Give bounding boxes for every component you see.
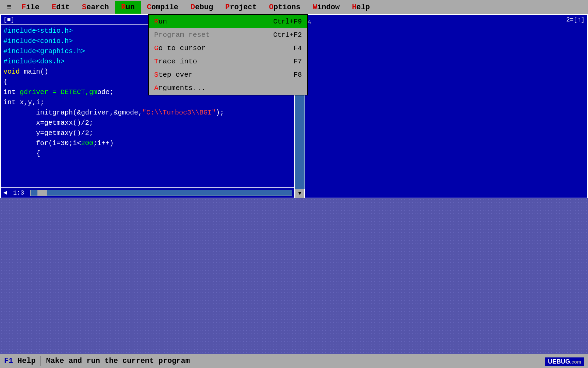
run-menu-arguments[interactable]: Arguments... <box>149 81 307 95</box>
code-line-12: for(i=30;i<200;i++) <box>3 138 301 149</box>
status-divider <box>40 356 41 366</box>
scrollbar-thumb[interactable] <box>37 190 47 196</box>
run-menu-go-to-cursor[interactable]: Go to cursor F4 <box>149 42 307 55</box>
menu-edit[interactable]: Edit <box>46 1 76 14</box>
line-column-indicator: 1:3 <box>9 189 29 196</box>
menubar: ≡ File Edit Search Run Compile Debug Pro… <box>0 0 588 14</box>
uebug-badge: UEBUG.com <box>545 357 584 366</box>
menu-file[interactable]: File <box>15 1 46 14</box>
run-menu-run[interactable]: Run Ctrl+F9 <box>149 15 307 28</box>
code-line-10: x=getmaxx()/2; <box>3 118 301 128</box>
menu-search[interactable]: Search <box>76 1 115 14</box>
system-menu-icon[interactable]: ≡ <box>3 1 15 14</box>
menu-window[interactable]: Window <box>307 1 346 14</box>
menu-debug[interactable]: Debug <box>184 1 219 14</box>
status-key: F1 Help <box>4 357 35 365</box>
scroll-left-arrow[interactable]: ◄ <box>3 189 7 196</box>
statusbar: F1 Help Make and run the current program… <box>0 354 588 368</box>
run-menu-program-reset[interactable]: Program reset Ctrl+F2 <box>149 28 307 42</box>
scroll-down-btn[interactable]: ▼ <box>295 189 305 198</box>
editor-bottom-bar: ◄ 1:3 ▼ ► <box>1 187 305 198</box>
right-title-number: 2=[↑] <box>566 16 585 23</box>
code-line-11: y=getmaxy()/2; <box>3 128 301 138</box>
status-message: Make and run the current program <box>46 357 190 365</box>
run-menu-step-over[interactable]: Step over F8 <box>149 68 307 81</box>
code-line-9: initgraph(&gdriver,&gmode,"C:\\Turboc3\\… <box>3 108 301 118</box>
code-line-8: int x,y,i; <box>3 97 301 108</box>
run-menu-trace-into[interactable]: Trace into F7 <box>149 55 307 68</box>
menu-options[interactable]: Options <box>263 1 307 14</box>
run-dropdown-menu: Run Ctrl+F9 Program reset Ctrl+F2 Go to … <box>148 14 308 95</box>
code-line-13: { <box>3 149 301 159</box>
right-panel: 2=[↑] <box>305 14 588 198</box>
horizontal-scrollbar[interactable] <box>30 190 293 196</box>
right-titlebar: 2=[↑] <box>305 15 587 25</box>
menu-help[interactable]: Help <box>346 1 376 14</box>
right-title-label: 2=[↑] <box>566 16 585 23</box>
menu-run[interactable]: Run <box>115 1 141 14</box>
desktop-area <box>0 198 588 354</box>
menu-project[interactable]: Project <box>219 1 263 14</box>
menu-compile[interactable]: Compile <box>141 1 184 14</box>
editor-title-left: [■] <box>3 16 14 23</box>
